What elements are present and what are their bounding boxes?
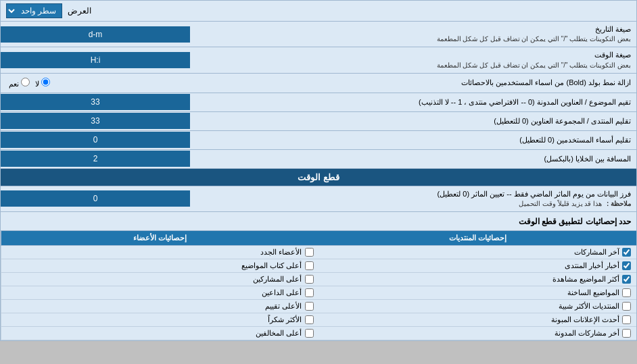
time-format-row: صيغة الوقت بعض التكوينات يتطلب "/" التي … [1,47,636,73]
cell-spacing-label: المسافة بين الخلايا (بالبكسل) [190,151,636,167]
stats-cell-members: أعلى كتاب المواضيع [1,259,319,272]
forum-order-input[interactable] [3,116,187,126]
radio-yes[interactable] [21,78,30,86]
title-order-input-wrap [1,94,190,110]
snapshot-filter-row: فرز البيانات من يوم الماثر الماضي فقط --… [1,186,636,212]
stats-label-members: أعلى الداعين [262,288,302,297]
stats-label-forums: المواضيع الساخنة [567,288,619,297]
stats-label-forums: أخبار أخبار المنتدى [565,261,619,270]
stats-body: آخر المشاركاتالأعضاء الجددأخبار أخبار ال… [1,246,636,340]
stats-cell-members: أعلى الداعين [1,286,319,299]
stats-checkbox-members[interactable] [305,275,314,284]
bold-remove-radio-group: نعم لا [3,75,55,91]
username-trim-label: تقليم أسماء المستخدمين (0 للتعطيل) [190,132,636,148]
display-row: العرض سطر واحدسطرينثلاثة أسطر [1,1,636,22]
bold-remove-label: ازالة نمط بولد (Bold) من اسماء المستخدمي… [190,75,636,90]
stats-checkbox-forums[interactable] [622,329,631,338]
stats-label-members: أعلى كتاب المواضيع [241,261,302,270]
forum-order-row: تقليم المنتدى / المجموعة العناوين (0 للت… [1,112,636,131]
time-format-input-wrap [1,52,190,68]
stats-label-forums: المنتديات الأكثر شبية [559,302,619,311]
stats-label-members: أعلى المشاركين [253,275,302,284]
bold-remove-radio-wrap: نعم لا [1,74,190,93]
stats-checkbox-members[interactable] [305,315,314,324]
date-format-label: صيغة التاريخ بعض التكوينات يتطلب "/" الت… [190,22,636,47]
radio-no[interactable] [41,78,50,86]
stats-label-forums: أحدث الإعلانات المبونة [551,315,619,324]
stats-cell-forums: آخر المشاركات [319,246,637,259]
stats-checkbox-members[interactable] [305,329,314,338]
stats-checkbox-forums[interactable] [622,288,631,297]
date-format-input-wrap [1,26,190,43]
stats-label-forums: أكثر المواضيع مشاهدة [552,275,619,284]
stats-row: أخر مشاركات المدونةأعلى المخالفين [1,327,636,340]
time-format-input[interactable] [3,55,187,65]
stats-columns-header: إحصائيات المنتديات إحصائيات الأعضاء [1,231,636,246]
stats-row: آخر المشاركاتالأعضاء الجدد [1,246,636,259]
stats-cell-forums: المواضيع الساخنة [319,286,637,299]
stats-row: المنتديات الأكثر شبيةالأعلى تقييم [1,300,636,313]
stats-checkbox-forums[interactable] [622,248,631,257]
stats-label-members: الأكثر شكراً [268,315,302,324]
radio-no-label: لا [35,78,50,88]
title-order-row: تقيم الموضوع / العناوين المدونة (0 -- ال… [1,93,636,112]
stats-label-forums: آخر المشاركات [574,248,619,257]
stats-checkbox-forums[interactable] [622,275,631,284]
stats-cell-members: أعلى المخالفين [1,327,319,340]
stats-label-members: الأعضاء الجدد [260,248,302,257]
snapshot-filter-input[interactable] [3,194,187,203]
stats-checkbox-members[interactable] [305,288,314,297]
forum-order-label: تقليم المنتدى / المجموعة العناوين (0 للت… [190,113,636,129]
stats-checkbox-forums[interactable] [622,302,631,311]
stats-col-header-forums: إحصائيات المنتديات [319,231,637,245]
stats-row: أخبار أخبار المنتدىأعلى كتاب المواضيع [1,259,636,273]
time-format-label: صيغة الوقت بعض التكوينات يتطلب "/" التي … [190,47,636,72]
date-format-input[interactable] [3,30,187,39]
date-format-row: صيغة التاريخ بعض التكوينات يتطلب "/" الت… [1,22,636,47]
stats-row: أكثر المواضيع مشاهدةأعلى المشاركين [1,273,636,286]
snapshot-filter-input-wrap [1,190,190,207]
stats-cell-members: الأعضاء الجدد [1,246,319,259]
stats-cell-members: الأكثر شكراً [1,313,319,326]
snapshot-filter-label: فرز البيانات من يوم الماثر الماضي فقط --… [190,186,636,211]
stats-limit-label: حدد إحصائيات لتطبيق قطع الوقت [519,217,631,226]
display-select[interactable]: سطر واحدسطرينثلاثة أسطر [6,3,62,18]
snapshot-section-header: قطع الوقت [1,169,636,186]
title-order-label: تقيم الموضوع / العناوين المدونة (0 -- ال… [190,95,636,110]
radio-yes-label: نعم [9,78,30,88]
stats-col-header-members: إحصائيات الأعضاء [1,231,319,245]
stats-cell-forums: أخبار أخبار المنتدى [319,259,637,272]
stats-checkbox-forums[interactable] [622,315,631,324]
stats-cell-members: الأعلى تقييم [1,300,319,313]
stats-cell-forums: أكثر المواضيع مشاهدة [319,273,637,286]
display-label: العرض [68,6,91,16]
stats-label-members: أعلى المخالفين [256,329,302,338]
stats-checkbox-members[interactable] [305,261,314,270]
stats-cell-members: أعلى المشاركين [1,273,319,286]
stats-row: أحدث الإعلانات المبونةالأكثر شكراً [1,313,636,327]
title-order-input[interactable] [3,97,187,107]
stats-cell-forums: أحدث الإعلانات المبونة [319,313,637,326]
stats-checkbox-forums[interactable] [622,261,631,270]
cell-spacing-input[interactable] [3,154,187,163]
username-trim-input[interactable] [3,135,187,145]
username-trim-input-wrap [1,132,190,148]
stats-cell-forums: المنتديات الأكثر شبية [319,300,637,313]
stats-row: المواضيع الساخنةأعلى الداعين [1,286,636,300]
stats-label-forums: أخر مشاركات المدونة [555,329,619,338]
bold-remove-row: ازالة نمط بولد (Bold) من اسماء المستخدمي… [1,74,636,93]
cell-spacing-row: المسافة بين الخلايا (بالبكسل) [1,150,636,169]
stats-cell-forums: أخر مشاركات المدونة [319,327,637,340]
stats-checkbox-members[interactable] [305,302,314,311]
username-trim-row: تقليم أسماء المستخدمين (0 للتعطيل) [1,131,636,150]
stats-label-members: الأعلى تقييم [265,302,302,311]
cell-spacing-input-wrap [1,151,190,167]
forum-order-input-wrap [1,113,190,129]
stats-limit-row: حدد إحصائيات لتطبيق قطع الوقت [1,212,636,231]
stats-checkbox-members[interactable] [305,248,314,257]
